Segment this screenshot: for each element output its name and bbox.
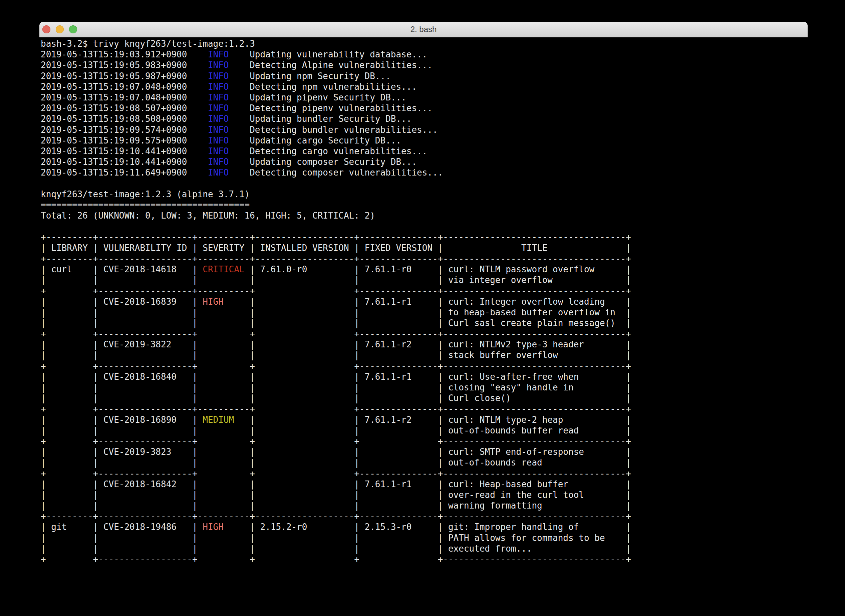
terminal-text: 2019-05-13T15:19:08.507+0900 xyxy=(41,103,208,113)
critical-text: CRITICAL xyxy=(202,264,244,274)
terminal-text: Detecting composer vulnerabilities... xyxy=(229,167,443,177)
info-text: INFO xyxy=(208,82,229,92)
terminal-text: 2019-05-13T15:19:10.441+0900 xyxy=(41,157,208,167)
terminal-text: Updating composer Security DB... xyxy=(229,157,417,167)
terminal-line: | LIBRARY | VULNERABILITY ID | SEVERITY … xyxy=(41,243,808,253)
terminal-line: + +------------------+----------+ +-----… xyxy=(41,403,808,414)
terminal-text: 2019-05-13T15:19:10.441+0900 xyxy=(41,146,208,156)
info-text: INFO xyxy=(208,167,229,177)
terminal-text: | | | | | | closing "easy" handle in | xyxy=(41,383,631,392)
terminal-line: | | CVE-2018-16842 | | | 7.61.1-r1 | cur… xyxy=(41,479,808,490)
terminal-line: + +------------------+ + +--------------… xyxy=(41,329,808,339)
terminal-text: | | | | | | over-read in the curl tool | xyxy=(41,490,631,500)
terminal-text: + +------------------+ + + +------------… xyxy=(41,436,631,446)
terminal-line: | | | | | | closing "easy" handle in | xyxy=(41,382,808,393)
info-text: INFO xyxy=(208,146,229,156)
window-title: 2. bash xyxy=(411,25,437,34)
terminal-text: + +------------------+ + + +------------… xyxy=(41,554,631,564)
terminal-line: 2019-05-13T15:19:08.508+0900 INFO Updati… xyxy=(41,113,808,124)
terminal-text: | | | | | | Curl_close() | xyxy=(41,393,631,403)
terminal-line: knqyf263/test-image:1.2.3 (alpine 3.7.1) xyxy=(41,189,808,199)
terminal-line: + +------------------+ + +--------------… xyxy=(41,361,808,371)
terminal-line: + +------------------+----------+ +-----… xyxy=(41,285,808,296)
terminal-text: | curl | CVE-2018-14618 | xyxy=(41,264,202,274)
terminal-text: Updating cargo Security DB... xyxy=(229,135,402,145)
terminal-line: | git | CVE-2018-19486 | HIGH | 2.15.2-r… xyxy=(41,522,808,532)
terminal-window: 2. bash bash-3.2$ trivy knqyf263/test-im… xyxy=(40,22,808,616)
terminal-line: 2019-05-13T15:19:03.912+0900 INFO Updati… xyxy=(41,49,808,60)
terminal-line: 2019-05-13T15:19:10.441+0900 INFO Detect… xyxy=(41,146,808,157)
terminal-text: | 7.61.0-r0 | 7.61.1-r0 | curl: NTLM pas… xyxy=(245,264,631,274)
terminal-line: | | | | | | via integer overflow | xyxy=(41,275,808,285)
info-text: INFO xyxy=(208,157,229,167)
terminal-text: +---------+------------------+----------… xyxy=(41,232,631,242)
terminal-line: | | | | | | warning formatting | xyxy=(41,500,808,511)
terminal-text: | | | | | | executed from... | xyxy=(41,544,631,554)
terminal-text: | | | | | | warning formatting | xyxy=(41,500,631,510)
minimize-button[interactable] xyxy=(56,25,64,33)
terminal-text: +---------+------------------+----------… xyxy=(41,511,631,521)
terminal-line: | curl | CVE-2018-14618 | CRITICAL | 7.6… xyxy=(41,264,808,275)
terminal-line: | | | | | | out-of-bounds buffer read | xyxy=(41,425,808,436)
terminal-text: | | CVE-2019-3822 | | | 7.61.1-r2 | curl… xyxy=(41,339,631,349)
terminal-text: 2019-05-13T15:19:03.912+0900 xyxy=(41,49,208,59)
terminal-line: 2019-05-13T15:19:09.574+0900 INFO Detect… xyxy=(41,125,808,135)
terminal-text: 2019-05-13T15:19:05.983+0900 xyxy=(41,60,208,70)
info-text: INFO xyxy=(208,103,229,113)
terminal-line: 2019-05-13T15:19:11.649+0900 INFO Detect… xyxy=(41,167,808,178)
terminal-text: Detecting cargo vulnerabilities... xyxy=(229,146,427,156)
terminal-line: | | | | | | stack buffer overflow | xyxy=(41,350,808,361)
terminal-text: | | CVE-2018-16842 | | | 7.61.1-r1 | cur… xyxy=(41,479,631,489)
terminal-line: +---------+------------------+----------… xyxy=(41,253,808,264)
terminal-line: 2019-05-13T15:19:07.048+0900 INFO Updati… xyxy=(41,92,808,103)
terminal-line: | | | | | | over-read in the curl tool | xyxy=(41,490,808,500)
titlebar[interactable]: 2. bash xyxy=(40,22,808,37)
terminal-line: 2019-05-13T15:19:10.441+0900 INFO Updati… xyxy=(41,157,808,167)
terminal-text: + +------------------+ + +--------------… xyxy=(41,329,631,339)
terminal-line: Total: 26 (UNKNOWN: 0, LOW: 3, MEDIUM: 1… xyxy=(41,210,808,221)
info-text: INFO xyxy=(208,60,229,70)
terminal-line: | | | | | | Curl_close() | xyxy=(41,393,808,403)
terminal-text: | | | | | | out-of-bounds buffer read | xyxy=(41,425,631,436)
terminal-text: | | | | | | stack buffer overflow | xyxy=(41,350,631,360)
info-text: INFO xyxy=(208,135,229,145)
terminal-line: | | CVE-2018-16890 | MEDIUM | | 7.61.1-r… xyxy=(41,414,808,425)
terminal-line: + +------------------+ + + +------------… xyxy=(41,436,808,446)
terminal-text: + +------------------+----------+ +-----… xyxy=(41,286,631,296)
terminal-text: Updating bundler Security DB... xyxy=(229,114,412,124)
terminal-line: bash-3.2$ trivy knqyf263/test-image:1.2.… xyxy=(41,38,808,49)
terminal-text xyxy=(41,221,46,231)
terminal-text: | LIBRARY | VULNERABILITY ID | SEVERITY … xyxy=(41,243,631,253)
terminal-line: 2019-05-13T15:19:08.507+0900 INFO Detect… xyxy=(41,103,808,113)
info-text: INFO xyxy=(208,49,229,59)
terminal-text: + +------------------+ + +--------------… xyxy=(41,468,631,478)
terminal-text xyxy=(41,178,46,188)
terminal-text: Detecting npm vulnerabilities... xyxy=(229,82,417,92)
terminal-screen[interactable]: bash-3.2$ trivy knqyf263/test-image:1.2.… xyxy=(40,37,808,565)
close-button[interactable] xyxy=(43,25,50,33)
terminal-line: | | | | | | PATH allows for commands to … xyxy=(41,532,808,543)
terminal-text: 2019-05-13T15:19:07.048+0900 xyxy=(41,92,208,103)
terminal-text: | 2.15.2-r0 | 2.15.3-r0 | git: Improper … xyxy=(224,522,631,532)
terminal-text: | | 7.61.1-r1 | curl: Integer overflow l… xyxy=(224,297,631,307)
terminal-text: + +------------------+----------+ +-----… xyxy=(41,404,631,414)
terminal-line xyxy=(41,178,808,189)
medium-text: MEDIUM xyxy=(202,415,234,425)
terminal-text: | | 7.61.1-r2 | curl: NTLM type-2 heap | xyxy=(234,415,631,425)
info-text: INFO xyxy=(208,114,229,124)
terminal-text: | | | | | | PATH allows for commands to … xyxy=(41,533,631,543)
terminal-text: | | CVE-2018-16839 | xyxy=(41,297,202,307)
terminal-text: Total: 26 (UNKNOWN: 0, LOW: 3, MEDIUM: 1… xyxy=(41,211,375,221)
zoom-button[interactable] xyxy=(69,25,77,33)
terminal-line: +---------+------------------+----------… xyxy=(41,511,808,522)
info-text: INFO xyxy=(208,92,229,103)
high-text: HIGH xyxy=(202,297,224,307)
terminal-text: Detecting pipenv vulnerabilities... xyxy=(229,103,433,113)
terminal-line: | | CVE-2019-3822 | | | 7.61.1-r2 | curl… xyxy=(41,339,808,350)
info-text: INFO xyxy=(208,125,229,135)
terminal-text: +---------+------------------+----------… xyxy=(41,254,631,264)
terminal-line: | | CVE-2019-3823 | | | | curl: SMTP end… xyxy=(41,446,808,457)
terminal-text: | | | | | | via integer overflow | xyxy=(41,275,631,285)
terminal-text: | | CVE-2018-16840 | | | 7.61.1-r1 | cur… xyxy=(41,372,631,382)
high-text: HIGH xyxy=(202,522,224,532)
